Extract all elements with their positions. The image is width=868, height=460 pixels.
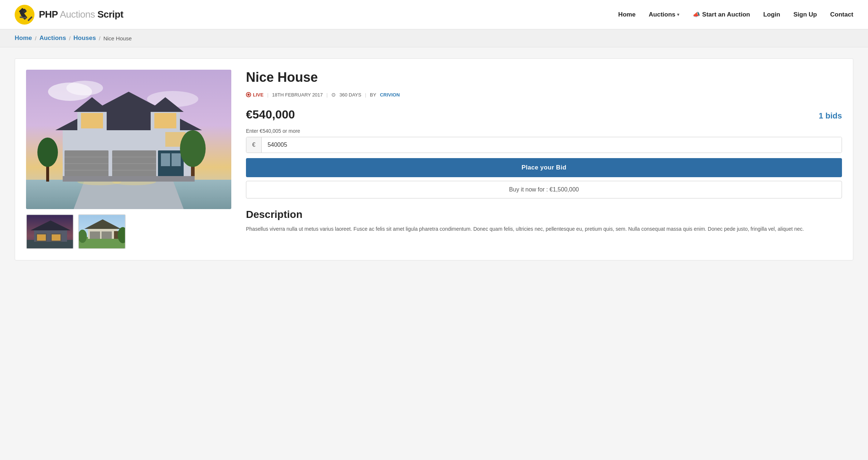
current-price: €540,000 xyxy=(246,108,295,121)
description-text: Phasellus viverra nulla ut metus varius … xyxy=(246,225,842,234)
auction-date: 18TH FEBRUARY 2017 xyxy=(272,92,323,98)
svg-point-40 xyxy=(37,138,58,167)
main-auction-image xyxy=(26,70,231,209)
auction-title: Nice House xyxy=(246,70,842,85)
site-logo[interactable]: PHP Auctions Script xyxy=(15,5,123,25)
breadcrumb-bar: Home / Auctions / Houses / Nice House xyxy=(0,29,868,47)
thumbnail-1[interactable] xyxy=(26,214,74,249)
logo-text: PHP Auctions Script xyxy=(39,9,123,20)
thumb-2-img xyxy=(79,215,126,249)
description-title: Description xyxy=(246,209,842,220)
thumb-1-img xyxy=(27,215,74,249)
meta-sep-3: | xyxy=(365,92,366,98)
price-row: €540,000 1 bids xyxy=(246,108,842,121)
nav-home[interactable]: Home xyxy=(618,11,636,18)
breadcrumb: Home / Auctions / Houses / Nice House xyxy=(15,34,853,42)
svg-rect-54 xyxy=(90,231,100,239)
breadcrumb-auctions[interactable]: Auctions xyxy=(39,34,66,42)
auction-card: Nice House LIVE | 18TH FEBRUARY 2017 | ⊙… xyxy=(15,58,853,260)
svg-rect-48 xyxy=(37,234,46,241)
auction-days: 360 DAYS xyxy=(339,92,361,98)
bid-amount-input[interactable] xyxy=(262,137,842,153)
bid-prompt: Enter €540,005 or more xyxy=(246,128,842,134)
auction-user[interactable]: CRIVION xyxy=(380,92,400,98)
nav-auctions-label: Auctions xyxy=(649,11,676,18)
main-content: Nice House LIVE | 18TH FEBRUARY 2017 | ⊙… xyxy=(0,47,868,271)
breadcrumb-current: Nice House xyxy=(103,35,132,41)
svg-point-9 xyxy=(66,81,103,95)
live-dot-icon xyxy=(246,92,251,97)
buy-now-button[interactable]: Buy it now for : €1,500,000 xyxy=(246,181,842,198)
nav-login[interactable]: Login xyxy=(763,11,780,18)
breadcrumb-sep-2: / xyxy=(69,35,70,41)
nav-start-auction[interactable]: 📣 Start an Auction xyxy=(693,11,750,18)
breadcrumb-home[interactable]: Home xyxy=(15,34,32,42)
clock-icon: ⊙ xyxy=(331,92,336,98)
breadcrumb-sep-3: / xyxy=(99,35,100,41)
svg-rect-19 xyxy=(81,113,103,128)
svg-rect-41 xyxy=(63,176,195,182)
breadcrumb-houses[interactable]: Houses xyxy=(73,34,96,42)
svg-rect-49 xyxy=(52,234,60,241)
house-illustration xyxy=(26,70,231,209)
bids-count: 1 bids xyxy=(819,111,842,121)
place-bid-button[interactable]: Place your Bid xyxy=(246,158,842,177)
auction-meta: LIVE | 18TH FEBRUARY 2017 | ⊙ 360 DAYS |… xyxy=(246,92,842,98)
meta-sep-1: | xyxy=(267,92,268,98)
main-nav: Home Auctions 📣 Start an Auction Login S… xyxy=(618,11,853,18)
auction-details: Nice House LIVE | 18TH FEBRUARY 2017 | ⊙… xyxy=(246,70,842,249)
svg-point-38 xyxy=(180,130,206,167)
site-header: PHP Auctions Script Home Auctions 📣 Star… xyxy=(0,0,868,29)
thumbnail-row xyxy=(26,214,231,249)
svg-rect-55 xyxy=(102,231,112,239)
nav-contact[interactable]: Contact xyxy=(830,11,853,18)
meta-sep-2: | xyxy=(327,92,328,98)
nav-auctions-dropdown[interactable]: Auctions xyxy=(649,11,680,18)
svg-rect-33 xyxy=(172,153,181,166)
nav-signup[interactable]: Sign Up xyxy=(794,11,817,18)
image-section xyxy=(26,70,231,249)
by-label: BY xyxy=(370,92,376,98)
megaphone-icon: 📣 xyxy=(693,11,700,18)
svg-rect-20 xyxy=(154,113,176,128)
breadcrumb-sep-1: / xyxy=(35,35,36,41)
bid-input-row: € xyxy=(246,137,842,153)
euro-prefix: € xyxy=(246,137,262,153)
svg-rect-32 xyxy=(161,153,170,166)
thumbnail-2[interactable] xyxy=(78,214,126,249)
live-badge: LIVE xyxy=(246,92,264,98)
logo-icon xyxy=(15,5,34,25)
